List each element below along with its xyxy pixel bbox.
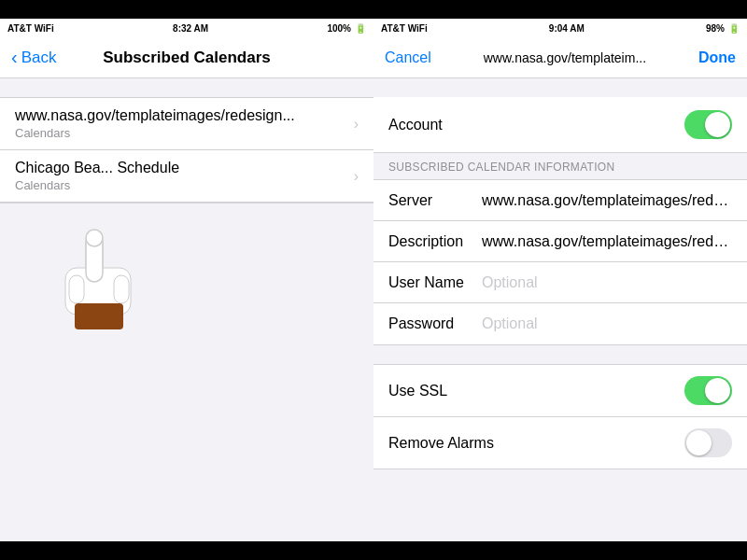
right-nav-bar: Cancel www.nasa.gov/templateim... Done	[374, 37, 747, 78]
use-ssl-label: Use SSL	[388, 383, 447, 399]
chevron-left-icon: ‹	[11, 47, 18, 68]
list-item[interactable]: www.nasa.gov/templateimages/redesign... …	[0, 98, 374, 150]
right-battery: 98%	[706, 23, 725, 34]
svg-rect-2	[69, 275, 84, 303]
server-value: www.nasa.gov/templateimages/rede...	[482, 192, 732, 209]
chevron-right-icon: ›	[354, 168, 359, 185]
cancel-button[interactable]: Cancel	[385, 49, 431, 66]
svg-rect-1	[65, 268, 131, 315]
svg-rect-3	[114, 275, 129, 303]
password-row[interactable]: Password Optional	[374, 303, 747, 344]
use-ssl-toggle[interactable]	[684, 376, 732, 405]
remove-alarms-toggle[interactable]	[684, 428, 732, 457]
server-row: Server www.nasa.gov/templateimages/rede.…	[374, 180, 747, 221]
username-row[interactable]: User Name Optional	[374, 262, 747, 303]
chevron-right-icon: ›	[354, 116, 359, 133]
password-field[interactable]: Optional	[482, 315, 732, 332]
left-nav-bar: ‹ Back Subscribed Calendars	[0, 37, 374, 78]
section-header: SUBSCRIBED CALENDAR INFORMATION	[374, 153, 747, 179]
left-carrier: AT&T WiFi	[7, 23, 54, 34]
description-value: www.nasa.gov/templateimages/rede...	[482, 233, 732, 250]
nav-url: www.nasa.gov/templateim...	[431, 50, 698, 65]
use-ssl-row: Use SSL	[374, 365, 747, 417]
list-item-subtitle: Calendars	[15, 178, 354, 192]
toggle-knob	[686, 430, 712, 455]
toggle-knob	[705, 378, 730, 403]
remove-alarms-row: Remove Alarms	[374, 417, 747, 469]
cursor-hand	[56, 229, 140, 335]
left-time: 8:32 AM	[173, 23, 208, 34]
description-label: Description	[388, 233, 482, 250]
left-battery: 100%	[327, 23, 351, 34]
username-label: User Name	[388, 274, 482, 291]
right-content: Account SUBSCRIBED CALENDAR INFORMATION …	[374, 78, 747, 541]
done-button[interactable]: Done	[698, 49, 736, 66]
remove-alarms-label: Remove Alarms	[388, 435, 494, 452]
right-carrier: AT&T WiFi	[381, 23, 428, 34]
list-item-content: www.nasa.gov/templateimages/redesign... …	[15, 107, 354, 140]
right-screen: AT&T WiFi 9:04 AM 98% 🔋 Cancel www.nasa.…	[374, 19, 747, 541]
toggle-section: Use SSL Remove Alarms	[374, 364, 747, 469]
info-section: Server www.nasa.gov/templateimages/rede.…	[374, 179, 747, 345]
list-item[interactable]: Chicago Bea... Schedule Calendars ›	[0, 150, 374, 203]
account-toggle[interactable]	[684, 110, 732, 139]
right-status-bar: AT&T WiFi 9:04 AM 98% 🔋	[374, 19, 747, 37]
username-field[interactable]: Optional	[482, 274, 732, 291]
back-button[interactable]: ‹ Back	[11, 47, 56, 68]
description-row: Description www.nasa.gov/templateimages/…	[374, 221, 747, 262]
left-nav-title: Subscribed Calendars	[103, 49, 271, 67]
account-row: Account	[374, 97, 747, 153]
server-label: Server	[388, 192, 482, 209]
password-label: Password	[388, 315, 482, 332]
svg-rect-5	[86, 233, 103, 282]
svg-point-6	[86, 230, 103, 246]
battery-icon: 🔋	[355, 23, 366, 34]
list-item-title: www.nasa.gov/templateimages/redesign...	[15, 107, 354, 124]
left-screen: AT&T WiFi 8:32 AM 100% 🔋 ‹ Back Subscrib…	[0, 19, 374, 541]
calendar-list: www.nasa.gov/templateimages/redesign... …	[0, 97, 374, 203]
toggle-knob	[705, 112, 730, 137]
back-label: Back	[21, 49, 57, 67]
battery-icon: 🔋	[728, 23, 740, 34]
account-label: Account	[388, 117, 443, 133]
list-item-subtitle: Calendars	[15, 126, 354, 140]
svg-rect-4	[75, 303, 123, 329]
left-status-bar: AT&T WiFi 8:32 AM 100% 🔋	[0, 19, 374, 37]
list-item-title: Chicago Bea... Schedule	[15, 160, 354, 176]
right-time: 9:04 AM	[549, 23, 585, 34]
svg-rect-0	[86, 236, 103, 283]
list-item-content: Chicago Bea... Schedule Calendars	[15, 160, 354, 192]
